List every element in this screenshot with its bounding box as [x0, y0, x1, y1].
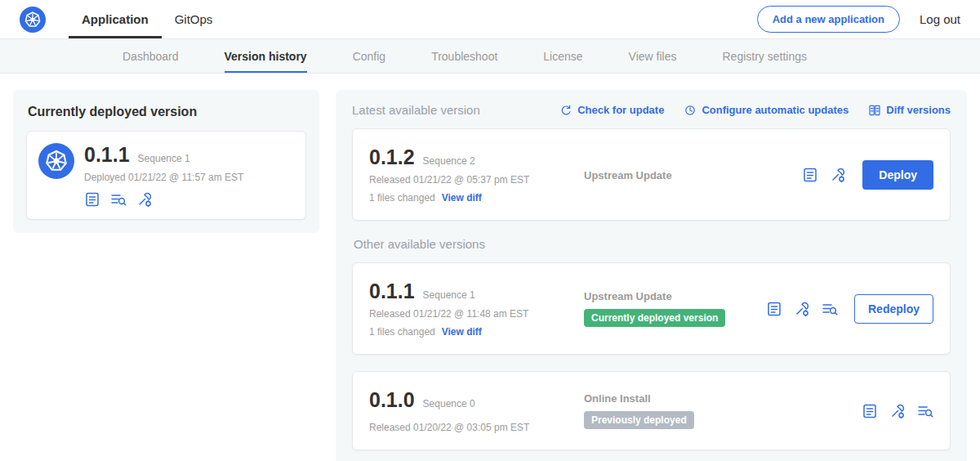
release-source-label: Upstream Update: [584, 290, 756, 302]
release-info: 0.1.1 Sequence 1 Released 01/21/22 @ 11:…: [369, 280, 569, 338]
release-card-0-1-1: 0.1.1 Sequence 1 Released 01/21/22 @ 11:…: [352, 262, 951, 355]
release-source: Upstream Update Currently deployed versi…: [569, 290, 756, 327]
files-changed-text: 1 files changed: [369, 192, 435, 204]
redeploy-button[interactable]: Redeploy: [854, 294, 933, 324]
release-sequence: Sequence 2: [423, 155, 475, 167]
currently-deployed-title: Currently deployed version: [28, 105, 305, 119]
top-bar: Application GitOps Add a new application…: [0, 0, 980, 39]
release-info: 0.1.0 Sequence 0 Released 01/20/22 @ 03:…: [369, 388, 569, 433]
release-sequence: Sequence 1: [423, 289, 475, 301]
kubernetes-app-icon: [38, 143, 74, 179]
subnav-license[interactable]: License: [543, 41, 582, 73]
version-history-panel: Latest available version Check for updat…: [336, 90, 967, 461]
edit-config-icon[interactable]: [794, 301, 810, 317]
view-diff-link[interactable]: View diff: [442, 192, 482, 204]
release-card-0-1-0: 0.1.0 Sequence 0 Released 01/20/22 @ 03:…: [352, 371, 951, 450]
release-info: 0.1.2 Sequence 2 Released 01/21/22 @ 05:…: [369, 145, 569, 204]
deployed-version-info: 0.1.1 Sequence 1 Deployed 01/21/22 @ 11:…: [84, 143, 243, 208]
configure-automatic-updates-link[interactable]: Configure automatic updates: [684, 104, 849, 117]
edit-config-icon[interactable]: [136, 191, 153, 208]
subnav-dashboard[interactable]: Dashboard: [122, 41, 179, 73]
subnav-config[interactable]: Config: [353, 41, 385, 73]
app-subnav: Dashboard Version history Config Trouble…: [0, 39, 980, 74]
release-card-0-1-2: 0.1.2 Sequence 2 Released 01/21/22 @ 05:…: [352, 128, 951, 221]
other-versions-label: Other available versions: [354, 237, 949, 251]
release-timestamp: Released 01/21/22 @ 11:48 am EST: [369, 308, 569, 320]
currently-deployed-panel: Currently deployed version 0.1.1: [13, 90, 319, 233]
release-source-label: Online Install: [584, 392, 852, 405]
release-sequence: Sequence 0: [423, 398, 475, 410]
deployed-timestamp: Deployed 01/21/22 @ 11:57 am EST: [84, 172, 243, 183]
release-notes-icon[interactable]: [862, 403, 878, 419]
diff-versions-link[interactable]: Diff versions: [868, 104, 951, 117]
files-changed-text: 1 files changed: [369, 326, 435, 338]
release-notes-icon[interactable]: [766, 301, 782, 317]
release-version-number: 0.1.1: [369, 280, 415, 303]
edit-config-icon[interactable]: [889, 403, 906, 419]
release-source: Online Install Previously deployed: [569, 392, 852, 429]
release-timestamp: Released 01/20/22 @ 03:05 pm EST: [369, 422, 569, 433]
release-notes-icon[interactable]: [84, 191, 100, 208]
tab-application[interactable]: Application: [69, 2, 162, 38]
configure-automatic-updates-label: Configure automatic updates: [702, 104, 849, 116]
release-timestamp: Released 01/21/22 @ 05:37 pm EST: [369, 174, 569, 186]
release-actions: [852, 403, 933, 419]
add-application-button[interactable]: Add a new application: [757, 6, 900, 33]
subnav-registry-settings[interactable]: Registry settings: [722, 41, 806, 73]
deploy-button[interactable]: Deploy: [862, 160, 933, 190]
deploy-logs-icon[interactable]: [917, 403, 933, 419]
check-for-update-link[interactable]: Check for update: [559, 104, 664, 117]
check-for-update-label: Check for update: [577, 104, 664, 116]
logout-link[interactable]: Log out: [920, 12, 960, 26]
deploy-logs-icon[interactable]: [822, 301, 838, 317]
deployed-version-number: 0.1.1: [84, 143, 130, 167]
main-content: Currently deployed version 0.1.1: [0, 74, 980, 461]
subnav-view-files[interactable]: View files: [629, 41, 677, 73]
diff-versions-label: Diff versions: [886, 104, 951, 116]
release-notes-icon[interactable]: [802, 167, 818, 183]
edit-config-icon[interactable]: [830, 167, 846, 183]
diff-icon: [868, 104, 881, 117]
topbar-right: Add a new application Log out: [757, 0, 960, 38]
subnav-troubleshoot[interactable]: Troubleshoot: [431, 41, 497, 73]
currently-deployed-badge: Currently deployed version: [584, 309, 725, 327]
previously-deployed-badge: Previously deployed: [584, 411, 694, 429]
release-source: Upstream Update: [569, 168, 792, 182]
release-actions: Deploy: [792, 160, 933, 190]
version-actions: Check for update Configure automatic upd…: [559, 104, 951, 117]
latest-available-label: Latest available version: [352, 103, 480, 117]
release-actions: Redeploy: [756, 294, 933, 324]
tab-gitops[interactable]: GitOps: [162, 2, 226, 38]
subnav-version-history[interactable]: Version history: [225, 41, 307, 73]
release-version-number: 0.1.2: [369, 145, 415, 169]
refresh-icon: [559, 104, 572, 117]
release-source-label: Upstream Update: [584, 169, 672, 181]
app-logo: [20, 0, 46, 38]
schedule-update-icon: [684, 104, 697, 117]
deploy-logs-icon[interactable]: [110, 191, 127, 208]
deployed-version-card: 0.1.1 Sequence 1 Deployed 01/21/22 @ 11:…: [26, 131, 306, 220]
release-version-number: 0.1.0: [369, 388, 415, 412]
view-diff-link[interactable]: View diff: [442, 326, 482, 338]
kubernetes-logo-icon: [20, 7, 46, 33]
deployed-sequence: Sequence 1: [138, 153, 190, 164]
